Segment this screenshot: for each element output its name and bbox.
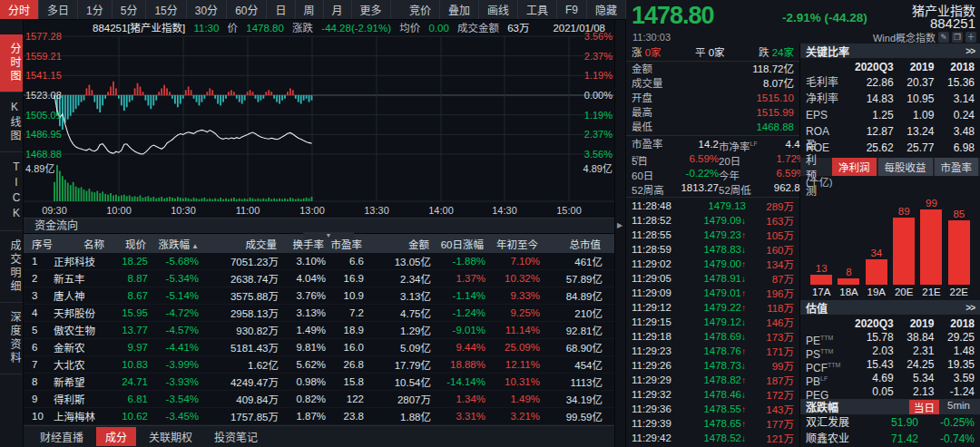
svg-text:14:30: 14:30	[492, 205, 517, 216]
tool-item[interactable]: F9	[557, 0, 587, 19]
cell-turnover: 3.76%	[296, 290, 329, 301]
collapse-handle-icon[interactable]: ▼	[303, 232, 354, 239]
valuation-more-icon[interactable]: >>	[965, 303, 975, 313]
bottom-tab[interactable]: 财经直播	[31, 427, 93, 446]
tool-item[interactable]: 竞价	[401, 0, 440, 19]
table-row[interactable]: 3 唐人神 8.67 -5.14% 3575.88万 3.76% 10.9 3.…	[24, 287, 614, 305]
bottom-tab[interactable]: 关联期权	[140, 427, 201, 446]
forecast-tab[interactable]: 市盈率	[935, 158, 979, 176]
sidebar-item[interactable]: 分时图	[0, 34, 23, 92]
tick-row[interactable]: 11:28:55 1479.23↑ 105万	[626, 228, 799, 242]
splitter-arrow-icon[interactable]: ▶	[617, 221, 622, 229]
table-row[interactable]: 6 金新农 9.97 -4.41% 5181.43万 9.81% 16.0 5.…	[24, 339, 614, 356]
forecast-bar[interactable]	[838, 278, 859, 285]
sidebar-item[interactable]: 成交明细	[0, 231, 23, 303]
forecast-bar[interactable]	[920, 209, 942, 285]
table-header-cell[interactable]: 成交量	[246, 237, 283, 251]
table-row[interactable]: 1 正邦科技 18.25 -5.68% 7051.23万 3.10% 6.6 1…	[24, 253, 614, 270]
table-row[interactable]: 5 傲农生物 13.77 -4.57% 930.82万 1.49% 18.9 1…	[24, 322, 614, 339]
period-tab[interactable]: 日	[267, 0, 295, 19]
table-row[interactable]: 8 新希望 24.71 -3.93% 4249.47万 0.98% 15.8 1…	[24, 374, 614, 391]
tick-row[interactable]: 11:29:12 1479.22↑ 118万	[626, 300, 799, 315]
period-tab[interactable]: 1分	[78, 0, 113, 19]
forecast-tab[interactable]: 净利润	[832, 158, 877, 176]
overlay-icon[interactable]: ❐	[952, 32, 963, 43]
cell-ytd: 3.21%	[510, 411, 544, 422]
vcol-2019: 2019	[894, 317, 935, 330]
table-row[interactable]: 7 大北农 10.83 -3.99% 1.62亿 5.62% 26.8 17.7…	[24, 356, 614, 374]
table-header-cell[interactable]: 年初至今	[496, 237, 544, 251]
tool-item[interactable]: 工具	[518, 0, 557, 19]
intraday-plot[interactable]: 1577.281559.211541.151523.081505.011486.…	[24, 36, 614, 218]
table-header-cell[interactable]: 序号	[26, 237, 54, 251]
table-header-cell[interactable]: 现价	[125, 237, 152, 251]
key-ratios-more-icon[interactable]: >>	[965, 46, 975, 56]
period-tab[interactable]: 月	[324, 0, 352, 19]
period-tab[interactable]: 5分	[113, 0, 147, 19]
period-tab-label: 周	[304, 2, 315, 17]
tick-row[interactable]: 11:28:52 1479.09↓ 163万	[626, 213, 799, 228]
bottom-tab[interactable]: 成分	[96, 427, 136, 446]
forecast-bar[interactable]	[948, 220, 970, 285]
tick-row[interactable]: 11:29:15 1479.12↓ 146万	[626, 315, 799, 329]
tick-row[interactable]: 11:28:59 1478.83↓ 160万	[626, 242, 799, 257]
period-tab[interactable]: 多日	[39, 0, 78, 19]
tick-row[interactable]: 11:29:32 1478.46↓ 172万	[626, 387, 799, 402]
tick-row[interactable]: 11:29:26 1478.73↓ 99万	[626, 358, 799, 373]
constituents-table: 序号 名称 现价 涨跌幅▲ 成交量	[24, 234, 614, 425]
period-tab[interactable]: 更多	[352, 0, 391, 19]
sidebar-item[interactable]: K线图	[0, 92, 23, 152]
movers-tab[interactable]: 当日	[909, 400, 939, 414]
sidebar-item[interactable]: TICK	[0, 152, 23, 231]
tick-row[interactable]: 11:29:36 1478.55↑ 143万	[626, 402, 799, 416]
tool-item[interactable]: 画线	[479, 0, 518, 19]
funds-flow-tab[interactable]: 资金流向 ▼	[24, 218, 614, 234]
table-row[interactable]: 4 天邦股份 15.95 -4.72% 2958.13万 3.13% 7.2 4…	[24, 305, 614, 322]
table-header-cell[interactable]: 总市值	[570, 237, 607, 251]
ratio-label: EPS	[806, 107, 853, 123]
period-tab[interactable]: 分时	[0, 0, 39, 19]
cell-pe: 122	[347, 394, 368, 404]
movers-tab[interactable]: 5min	[943, 400, 975, 414]
tick-price: 1478.91↓	[682, 273, 746, 284]
forecast-tab[interactable]: 每股收益	[878, 158, 933, 176]
panel-splitter[interactable]: ▶	[614, 20, 626, 447]
period-tab[interactable]: 30分	[187, 0, 227, 19]
edit-icon[interactable]: ✎	[938, 32, 949, 43]
forecast-bar[interactable]	[810, 275, 832, 285]
bottom-tab[interactable]: 投资笔记	[205, 427, 267, 446]
tick-row[interactable]: 11:29:42 1478.52↓ 121万	[626, 431, 799, 445]
tick-row[interactable]: 11:29:09 1479.01↑ 196万	[626, 286, 799, 300]
tick-row[interactable]: 11:29:29 1478.82↑ 187万	[626, 373, 799, 387]
add-icon[interactable]: ＋	[965, 32, 976, 43]
table-header-cell[interactable]: 名称	[83, 237, 110, 251]
mover-row[interactable]: 双汇发展 51.90 -0.25%	[800, 414, 980, 431]
table-row[interactable]: 9 得利斯 6.81 -3.54% 409.84万 0.82% 122 2807…	[24, 391, 614, 408]
funds-flow-label: 资金流向	[34, 219, 78, 232]
tick-row[interactable]: 11:29:18 1478.69↓ 173万	[626, 329, 799, 344]
forecast-bar[interactable]	[893, 218, 915, 285]
table-header-cell[interactable]: 60日涨幅	[441, 237, 489, 251]
period-tab[interactable]: 15分	[146, 0, 186, 19]
cell-change-pct: -5.34%	[166, 273, 202, 284]
period-tab[interactable]: 周	[296, 0, 324, 19]
cell-chg60: -1.24%	[453, 307, 489, 318]
tick-row[interactable]: 11:29:02 1479.00↑ 134万	[626, 257, 799, 271]
table-row[interactable]: 10 上海梅林 10.62 -3.45% 1757.85万 1.87% 23.8…	[24, 408, 614, 425]
table-header-cell[interactable]: 金额	[408, 237, 435, 251]
tick-row[interactable]: 11:29:39 1478.65↑ 177万	[626, 416, 799, 431]
tool-item[interactable]: 叠加	[440, 0, 479, 19]
tick-row[interactable]: 11:28:48 1479.13 289万	[626, 199, 799, 213]
table-row[interactable]: 2 新五丰 8.87 -5.34% 2638.74万 4.04% 16.9 2.…	[24, 270, 614, 287]
tick-row[interactable]: 11:29:05 1478.91↓ 87万	[626, 271, 799, 286]
tool-item[interactable]: 隐藏	[587, 0, 626, 19]
forecast-bar[interactable]	[866, 259, 887, 285]
tick-row[interactable]: 11:29:23 1478.76↑ 171万	[626, 344, 799, 358]
period-tab[interactable]: 60分	[227, 0, 267, 19]
mover-row[interactable]: 顺鑫农业 71.42 -0.74%	[800, 431, 980, 447]
ratio-v2: 1.09	[894, 107, 935, 123]
tick-volume: 105万	[746, 228, 794, 242]
table-header-cell[interactable]: 涨跌幅▲	[159, 237, 202, 251]
cell-seq: 1	[26, 256, 37, 267]
sidebar-item[interactable]: 深度资料	[0, 303, 23, 374]
